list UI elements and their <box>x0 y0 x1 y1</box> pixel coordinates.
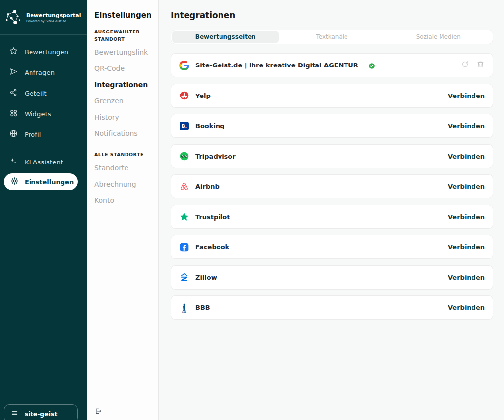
widgets-icon <box>9 108 18 119</box>
sidebar-item-label: Geteilt <box>25 90 47 97</box>
facebook-icon <box>179 242 189 252</box>
integration-row-yelp: Yelp Verbinden <box>171 84 493 108</box>
booking-icon: B. <box>179 121 189 131</box>
verified-check-icon <box>368 62 375 69</box>
integration-row-bbb: BBB BBB Verbinden <box>171 295 493 320</box>
sidebar-item-label: Bewertungen <box>25 48 68 56</box>
globe-icon <box>9 129 18 140</box>
star-icon <box>9 46 18 57</box>
connect-button-trustpilot[interactable]: Verbinden <box>448 213 485 221</box>
tab-soziale-medien[interactable]: Soziale Medien <box>385 31 492 43</box>
tripadvisor-icon <box>179 151 189 161</box>
settings-nav-item-integrationen[interactable]: Integrationen <box>94 81 152 89</box>
settings-nav-item-standorte[interactable]: Standorte <box>94 164 152 172</box>
integration-name: Trustpilot <box>195 213 230 221</box>
sidebar-item-bewertungen[interactable]: Bewertungen <box>0 41 87 62</box>
settings-nav-item-notifications[interactable]: Notifications <box>94 129 152 137</box>
settings-nav: Einstellungen AUSGEWÄHLTER STANDORT Bewe… <box>87 0 159 420</box>
connect-button-booking[interactable]: Verbinden <box>448 122 485 129</box>
zillow-icon <box>179 272 189 282</box>
section-label-selected-location: AUSGEWÄHLTER STANDORT <box>94 28 152 43</box>
settings-nav-item-abrechnung[interactable]: Abrechnung <box>94 180 152 188</box>
connect-button-bbb[interactable]: Verbinden <box>448 304 485 311</box>
page-title: Integrationen <box>171 10 493 20</box>
google-logo-icon <box>179 61 189 70</box>
integration-row-facebook: Facebook Verbinden <box>171 235 493 259</box>
logo-dots-icon <box>4 8 23 27</box>
sidebar-item-label: Widgets <box>25 110 51 118</box>
primary-sidebar: Bewertungsportal Powered by Site-Geist.d… <box>0 0 87 420</box>
sidebar-item-geteilt[interactable]: Geteilt <box>0 83 87 103</box>
share-icon <box>9 88 18 98</box>
booking-icon-letter: B. <box>180 122 189 130</box>
sidebar-item-label: Anfragen <box>25 69 55 76</box>
sidebar-item-label: Einstellungen <box>25 178 74 186</box>
sparkles-icon <box>9 157 18 167</box>
logo-subtitle: Powered by Site-Geist.de <box>26 19 81 23</box>
settings-nav-item-grenzen[interactable]: Grenzen <box>94 97 152 105</box>
trustpilot-icon <box>179 212 189 222</box>
bbb-icon-text: BBB <box>182 311 186 312</box>
connect-button-yelp[interactable]: Verbinden <box>448 92 485 99</box>
workspace-switcher-button[interactable]: site-geist <box>4 404 78 420</box>
sidebar-item-einstellungen[interactable]: Einstellungen <box>4 173 78 190</box>
logo-title: Bewertungsportal <box>26 12 81 19</box>
hamburger-icon <box>11 409 18 418</box>
logout-icon[interactable] <box>94 407 102 417</box>
integration-name: Tripadvisor <box>195 153 236 160</box>
integration-row-trustpilot: Trustpilot Verbinden <box>171 205 493 229</box>
workspace-label: site-geist <box>25 410 58 418</box>
integration-name: Facebook <box>195 243 229 251</box>
integration-name: Yelp <box>195 92 211 99</box>
tab-bewertungsseiten[interactable]: Bewertungsseiten <box>172 31 279 43</box>
integration-row-airbnb: Airbnb Verbinden <box>171 174 493 198</box>
integration-name: BBB <box>195 304 210 311</box>
sidebar-item-widgets[interactable]: Widgets <box>0 103 87 124</box>
refresh-icon[interactable] <box>461 60 469 70</box>
bbb-torch-icon: BBB <box>179 303 189 313</box>
sidebar-item-label: Profil <box>25 131 41 138</box>
integration-name: Booking <box>195 122 224 129</box>
connect-button-airbnb[interactable]: Verbinden <box>448 183 485 190</box>
integration-tabs: Bewertungsseiten Textkanäle Soziale Medi… <box>171 30 493 44</box>
settings-nav-item-konto[interactable]: Konto <box>94 196 152 204</box>
main-content: Integrationen Bewertungsseiten Textkanäl… <box>159 0 504 420</box>
settings-nav-item-bewertungslink[interactable]: Bewertungslink <box>94 48 152 56</box>
integration-row-booking: B. Booking Verbinden <box>171 114 493 138</box>
gear-icon <box>10 177 19 187</box>
section-label-all-locations: ALLE STANDORTE <box>94 151 152 158</box>
connect-button-facebook[interactable]: Verbinden <box>448 243 485 251</box>
settings-nav-item-qr-code[interactable]: QR-Code <box>94 65 152 72</box>
integration-row-tripadvisor: Tripadvisor Verbinden <box>171 144 493 168</box>
settings-nav-item-history[interactable]: History <box>94 113 152 121</box>
sidebar-item-label: KI Assistent <box>25 159 63 166</box>
integration-name: Airbnb <box>195 183 220 190</box>
trash-icon[interactable] <box>476 60 485 70</box>
airbnb-icon <box>179 182 189 192</box>
send-icon <box>9 67 18 78</box>
connected-account-name: Site-Geist.de | Ihre kreative Digital AG… <box>195 62 358 69</box>
integration-row-google: Site-Geist.de | Ihre kreative Digital AG… <box>171 53 493 77</box>
connect-button-zillow[interactable]: Verbinden <box>448 274 485 281</box>
sidebar-item-ki-assistent[interactable]: KI Assistent <box>0 152 87 172</box>
connect-button-tripadvisor[interactable]: Verbinden <box>448 153 485 160</box>
integration-row-zillow: Zillow Verbinden <box>171 265 493 290</box>
sidebar-item-profil[interactable]: Profil <box>0 124 87 145</box>
yelp-icon <box>179 91 189 100</box>
app-logo: Bewertungsportal Powered by Site-Geist.d… <box>0 0 87 34</box>
sidebar-item-anfragen[interactable]: Anfragen <box>0 62 87 83</box>
tab-textkanaele[interactable]: Textkanäle <box>279 31 385 43</box>
integration-name: Zillow <box>195 274 217 281</box>
settings-nav-title: Einstellungen <box>94 11 152 20</box>
